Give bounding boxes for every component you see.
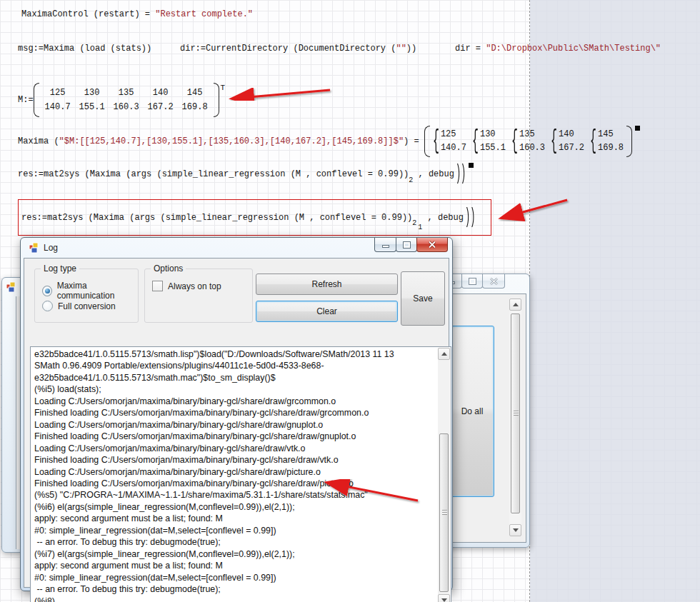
- winforms-app-icon: [5, 281, 16, 293]
- group-label: Log type: [41, 264, 79, 274]
- formula-res-def-2[interactable]: res:=mat2sys (Maxima (args (simple_linea…: [21, 200, 475, 235]
- selection-handle[interactable]: [635, 126, 640, 131]
- checkbox-always-on-top[interactable]: Always on top: [152, 281, 221, 291]
- radio-label: Maxima communication: [57, 281, 138, 301]
- pair-value: 135: [519, 128, 545, 141]
- radio-maxima-communication[interactable]: Maxima communication: [42, 281, 138, 301]
- minimize-button[interactable]: [374, 238, 396, 252]
- formula-code: M:=: [18, 95, 34, 105]
- formula-matrix-m[interactable]: M:= 125130135140145140.7155.1160.3167.21…: [18, 83, 225, 117]
- scroll-down-button[interactable]: [509, 524, 521, 536]
- log-line: Loading C:/Users/omorjan/maxima/binary/b…: [34, 443, 436, 454]
- scrollbar-grip: [514, 411, 519, 416]
- result-open-paren: [424, 126, 430, 157]
- matrix-cell: 160.3: [109, 100, 144, 114]
- clear-button[interactable]: Clear: [256, 301, 398, 322]
- formula-code: res:=mat2sys (Maxima (args (simple_linea…: [18, 169, 409, 179]
- formula-code: ) =: [404, 136, 424, 146]
- pair-values: 135160.3: [519, 128, 545, 155]
- formula-maxima-m-assign[interactable]: Maxima ("$M:[[125,140.7],[130,155.1],[13…: [18, 126, 640, 157]
- brace-glyph: {: [551, 126, 557, 157]
- closing-brackets: )): [465, 206, 475, 230]
- log-line: #0: simple_linear_regression(dat=M,selec…: [34, 572, 436, 583]
- scrollbar-thumb[interactable]: [511, 313, 520, 513]
- formula-msg-def[interactable]: msg:=Maxima (load (stats)): [18, 44, 151, 54]
- scroll-up-button[interactable]: [509, 299, 521, 311]
- log-line: e32b5badce41/1.0.5115.5713/smath.lisp")$…: [34, 348, 436, 360]
- log-window-client: Log type Maxima communication Full conve…: [24, 258, 449, 588]
- formula-string-value: "Restart complete.": [155, 9, 253, 19]
- close-button[interactable]: [482, 274, 505, 289]
- minimize-icon: [382, 241, 389, 248]
- background-window-scrollbar[interactable]: [509, 299, 521, 536]
- formula-code: dir =: [455, 44, 486, 54]
- refresh-label: Refresh: [311, 279, 341, 289]
- do-all-button[interactable]: Do all: [450, 326, 494, 497]
- group-label: Options: [151, 264, 186, 274]
- radio-dot: [42, 286, 52, 296]
- formula-code: dir:=CurrentDirectory (DocumentDirectory…: [180, 44, 396, 54]
- background-window-left[interactable]: [1, 277, 21, 553]
- pair-value: 160.3: [519, 141, 545, 155]
- formula-maximacontrol[interactable]: MaximaControl (restart) = "Restart compl…: [21, 9, 253, 19]
- formula-string-value: "$M:[[125,140.7],[130,155.1],[135,160.3]…: [59, 136, 404, 146]
- refresh-button[interactable]: Refresh: [256, 274, 398, 295]
- group-log-type: Log type Maxima communication Full conve…: [34, 269, 139, 323]
- log-line: #0: simple_linear_regression(dat=M,selec…: [34, 525, 436, 536]
- save-button[interactable]: Save: [401, 271, 445, 326]
- checkbox-box: [152, 281, 163, 291]
- brace-glyph: {: [472, 126, 479, 157]
- log-line: Loading C:/Users/omorjan/maxima/binary/b…: [34, 419, 436, 431]
- scroll-down-button[interactable]: [438, 594, 450, 602]
- log-line: e32b5badce41/1.0.5115.5713/smath.mac")$t…: [34, 372, 436, 383]
- log-line: (%i8): [34, 596, 436, 602]
- log-scrollbar[interactable]: [438, 348, 450, 602]
- maximize-button[interactable]: [396, 238, 417, 252]
- transpose-superscript: T: [221, 84, 226, 92]
- smath-worksheet-canvas[interactable]: MaximaControl (restart) = "Restart compl…: [0, 0, 700, 602]
- formula-code: , debug: [413, 169, 454, 179]
- matrix-cell: 167.2: [144, 100, 178, 114]
- matrix-values: 125130135140145140.7155.1160.3167.2169.8: [39, 84, 214, 116]
- matrix-cell: 135: [109, 86, 144, 100]
- formula-string-value: "D:\Dropbox\Public\SMath\Testing\": [486, 44, 661, 54]
- log-text[interactable]: e32b5badce41/1.0.5115.5713/smath.lisp")$…: [34, 348, 436, 602]
- arrow-up-icon: [513, 303, 519, 306]
- matrix-close-paren: [214, 83, 219, 117]
- matrix-cell: 155.1: [75, 100, 109, 114]
- log-textbox[interactable]: e32b5badce41/1.0.5115.5713/smath.lisp")$…: [30, 346, 451, 602]
- closing-brackets: )): [456, 162, 466, 186]
- matrix-row: 125130135140145: [41, 86, 212, 100]
- log-window-caption-buttons: [375, 238, 448, 252]
- formula-code: , debug: [422, 213, 464, 223]
- maximize-icon: [469, 278, 476, 285]
- log-window[interactable]: Log Log type Maxima communication: [20, 237, 453, 591]
- formula-dir-def[interactable]: dir:=CurrentDirectory (DocumentDirectory…: [180, 44, 416, 54]
- formula-code: res:=mat2sys (Maxima (args (simple_linea…: [21, 213, 412, 223]
- close-button[interactable]: [416, 238, 448, 252]
- scroll-up-button[interactable]: [438, 348, 450, 360]
- formula-dir-value[interactable]: dir = "D:\Dropbox\Public\SMath\Testing\": [455, 44, 661, 54]
- result-pair: {130155.1: [472, 128, 506, 155]
- scrollbar-thumb[interactable]: [439, 433, 449, 592]
- result-matrix: {125140.7{130155.1{135160.3{140167.2{145…: [430, 128, 626, 155]
- maximize-icon: [403, 241, 411, 249]
- radio-label: Full conversion: [58, 301, 116, 311]
- pair-values: 140167.2: [559, 128, 584, 155]
- log-line: (%i6) el(args(simple_linear_regression(M…: [34, 501, 436, 513]
- brace-glyph: {: [590, 126, 596, 157]
- radio-full-conversion[interactable]: Full conversion: [42, 301, 116, 311]
- pair-values: 145169.8: [598, 128, 624, 155]
- pair-value: 155.1: [480, 141, 506, 155]
- pair-value: 140.7: [441, 141, 466, 155]
- maximize-button[interactable]: [461, 274, 483, 289]
- matrix-cell: 145: [178, 86, 212, 100]
- pair-value: 145: [598, 128, 624, 141]
- log-line: -- an error. To debug this try: debugmod…: [34, 583, 436, 595]
- selection-handle[interactable]: [469, 163, 474, 168]
- result-pair: {125140.7: [433, 128, 466, 155]
- result-pair: {135160.3: [511, 128, 545, 155]
- pair-value: 169.8: [598, 141, 624, 155]
- scrollbar-grip: [442, 510, 447, 515]
- formula-res-def[interactable]: res:=mat2sys (Maxima (args (simple_linea…: [18, 163, 474, 186]
